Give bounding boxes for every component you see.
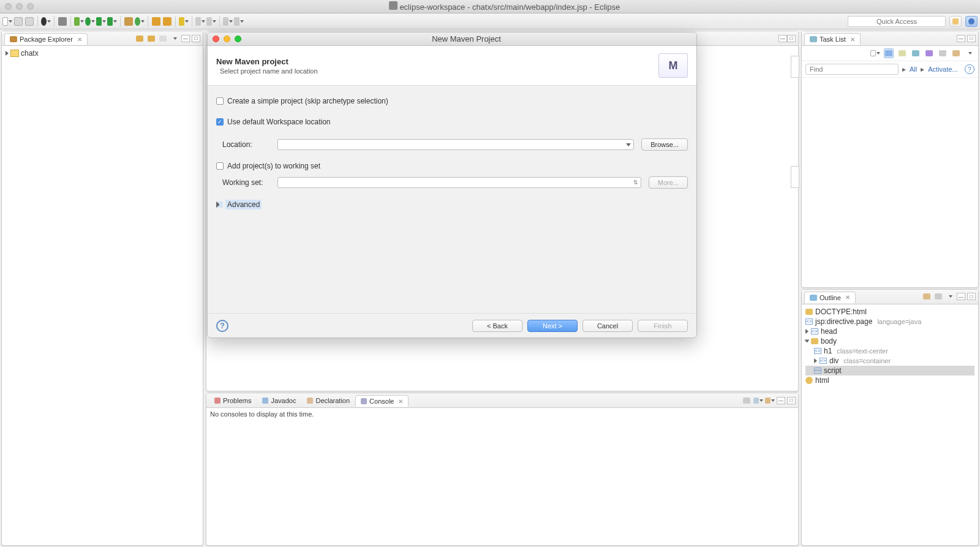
simple-project-checkbox[interactable] bbox=[216, 97, 224, 105]
close-icon[interactable]: ✕ bbox=[850, 36, 855, 43]
outline-node-doctype[interactable]: DOCTYPE:html bbox=[805, 307, 974, 317]
debug-button[interactable] bbox=[74, 17, 84, 26]
cancel-button[interactable]: Cancel bbox=[582, 320, 633, 332]
collapse-all-button[interactable] bbox=[135, 34, 145, 43]
minimize-view-button[interactable]: — bbox=[957, 293, 965, 300]
all-link[interactable]: All bbox=[910, 66, 917, 73]
outline-node-div[interactable]: <> div class=container bbox=[805, 356, 974, 366]
console-tab[interactable]: Console ✕ bbox=[355, 395, 409, 407]
next-annotation-button[interactable] bbox=[206, 17, 216, 26]
dialog-minimize-button[interactable] bbox=[224, 36, 230, 42]
scheduled-button[interactable] bbox=[897, 48, 907, 58]
open-task-button[interactable] bbox=[162, 17, 172, 26]
close-icon[interactable]: ✕ bbox=[398, 398, 403, 405]
package-explorer-tree[interactable]: chatx bbox=[2, 46, 203, 545]
expand-icon[interactable] bbox=[814, 358, 817, 363]
run-last-button[interactable] bbox=[107, 17, 117, 26]
close-dot[interactable] bbox=[5, 3, 12, 10]
outline-node-h1[interactable]: <> h1 class=text-center bbox=[805, 346, 974, 356]
outline-node-body[interactable]: body bbox=[805, 336, 974, 346]
working-set-checkbox[interactable] bbox=[216, 162, 224, 170]
outline-node-head[interactable]: <> head bbox=[805, 326, 974, 336]
minimized-view-stub[interactable] bbox=[791, 56, 799, 78]
maximize-view-button[interactable]: □ bbox=[967, 35, 976, 42]
close-icon[interactable]: ✕ bbox=[845, 294, 850, 301]
minimize-view-button[interactable]: — bbox=[777, 397, 785, 404]
collapse-button[interactable] bbox=[951, 48, 961, 58]
simple-project-checkbox-row[interactable]: Create a simple project (skip archetype … bbox=[216, 97, 688, 105]
save-button[interactable] bbox=[13, 17, 23, 26]
expand-activate-icon[interactable]: ▸ bbox=[921, 65, 924, 74]
location-combo[interactable] bbox=[277, 139, 634, 150]
working-set-checkbox-row[interactable]: Add project(s) to working set bbox=[216, 162, 688, 170]
new-task-button[interactable] bbox=[870, 48, 880, 58]
search-button[interactable] bbox=[179, 17, 189, 26]
new-package-button[interactable] bbox=[124, 17, 134, 26]
quick-access-input[interactable] bbox=[848, 16, 946, 27]
javadoc-tab[interactable]: Javadoc bbox=[257, 394, 301, 406]
skip-breakpoints-button[interactable] bbox=[58, 17, 67, 26]
coverage-button[interactable] bbox=[96, 17, 106, 26]
open-console-button[interactable] bbox=[765, 396, 775, 406]
hide-button[interactable] bbox=[938, 48, 948, 58]
outline-tree[interactable]: DOCTYPE:html <> jsp:directive.page langu… bbox=[802, 304, 978, 546]
task-list-body[interactable] bbox=[802, 78, 978, 287]
dialog-close-button[interactable] bbox=[213, 36, 219, 42]
task-list-tab[interactable]: Task List ✕ bbox=[804, 33, 861, 45]
expand-icon[interactable] bbox=[6, 51, 9, 56]
outline-node-directive[interactable]: <> jsp:directive.page language=java bbox=[805, 317, 974, 326]
outline-node-html[interactable]: html bbox=[805, 375, 974, 385]
open-type-button[interactable] bbox=[151, 17, 161, 26]
maximize-view-button[interactable]: □ bbox=[967, 293, 976, 300]
back-button[interactable] bbox=[223, 17, 233, 26]
expand-all-icon[interactable]: ▸ bbox=[902, 65, 906, 74]
profile-button[interactable] bbox=[41, 17, 51, 26]
open-perspective-button[interactable] bbox=[949, 16, 962, 27]
save-all-button[interactable] bbox=[24, 17, 34, 26]
run-button[interactable] bbox=[85, 17, 95, 26]
new-button[interactable] bbox=[2, 17, 12, 26]
minimize-view-button[interactable]: — bbox=[181, 35, 190, 42]
outline-menu-button[interactable] bbox=[945, 292, 955, 301]
filter-button[interactable] bbox=[933, 292, 943, 301]
close-icon[interactable]: ✕ bbox=[77, 36, 82, 43]
advanced-toggle[interactable]: Advanced bbox=[216, 200, 688, 209]
task-find-input[interactable] bbox=[805, 64, 899, 75]
categorized-button[interactable] bbox=[884, 48, 894, 58]
maximize-view-button[interactable]: □ bbox=[192, 35, 200, 42]
working-set-combo[interactable]: ⇅ bbox=[277, 177, 641, 188]
editor-minimize-button[interactable]: — bbox=[778, 35, 787, 42]
maximize-view-button[interactable]: □ bbox=[787, 397, 796, 404]
problems-tab[interactable]: Problems bbox=[209, 394, 257, 406]
default-location-checkbox[interactable]: ✓ bbox=[216, 118, 224, 126]
package-explorer-tab[interactable]: Package Explorer ✕ bbox=[4, 33, 88, 45]
minimized-view-stub[interactable] bbox=[791, 166, 799, 188]
view-menu-button[interactable] bbox=[170, 34, 179, 43]
task-menu-button[interactable] bbox=[965, 48, 974, 58]
sort-button[interactable] bbox=[922, 292, 932, 301]
activate-link[interactable]: Activate... bbox=[928, 66, 957, 73]
expand-icon[interactable] bbox=[805, 329, 809, 334]
toggle-mark-button[interactable] bbox=[195, 17, 205, 26]
synchronize-button[interactable] bbox=[924, 48, 934, 58]
help-icon[interactable]: ? bbox=[965, 64, 974, 74]
forward-button[interactable] bbox=[234, 17, 244, 26]
minimize-view-button[interactable]: — bbox=[957, 35, 965, 42]
editor-maximize-button[interactable]: □ bbox=[787, 35, 796, 42]
declaration-tab[interactable]: Declaration bbox=[301, 394, 355, 406]
help-button[interactable]: ? bbox=[216, 320, 228, 332]
outline-tab[interactable]: Outline ✕ bbox=[804, 292, 856, 303]
outline-node-script[interactable]: <> script bbox=[805, 366, 974, 375]
browse-button[interactable]: Browse... bbox=[641, 138, 688, 151]
project-row-chatx[interactable]: chatx bbox=[4, 48, 200, 58]
zoom-dot[interactable] bbox=[27, 3, 34, 10]
new-class-button[interactable] bbox=[135, 17, 145, 26]
default-location-checkbox-row[interactable]: ✓ Use default Workspace location bbox=[216, 118, 688, 126]
focus-button[interactable] bbox=[911, 48, 921, 58]
display-console-button[interactable] bbox=[753, 396, 763, 406]
dialog-zoom-button[interactable] bbox=[235, 36, 241, 42]
link-editor-button[interactable] bbox=[146, 34, 156, 43]
jee-perspective-button[interactable] bbox=[965, 16, 978, 27]
pin-console-button[interactable] bbox=[742, 396, 752, 406]
focus-task-button[interactable] bbox=[158, 34, 168, 43]
